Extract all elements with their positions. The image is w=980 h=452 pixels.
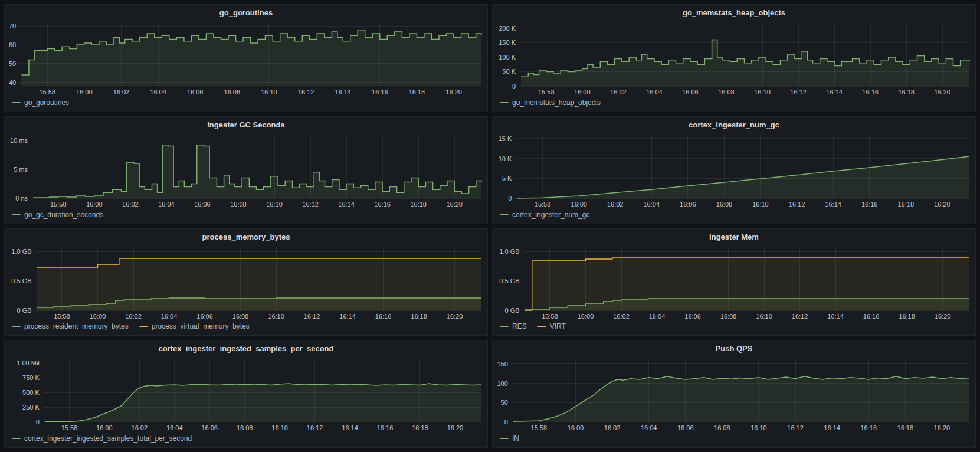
panel-title-ingested-samples[interactable]: cortex_ingester_ingested_samples_per_sec… xyxy=(5,340,487,355)
series-color-swatch xyxy=(12,438,21,439)
panel-title-push-qps[interactable]: Push QPS xyxy=(493,340,975,355)
svg-text:16:10: 16:10 xyxy=(268,313,284,320)
svg-text:16:08: 16:08 xyxy=(716,201,733,208)
legend-item-go-goroutines[interactable]: go_goroutines xyxy=(12,99,69,107)
svg-text:16:16: 16:16 xyxy=(375,313,392,320)
legend-label: cortex_ingester_ingested_samples_total_p… xyxy=(24,434,192,443)
svg-text:16:20: 16:20 xyxy=(447,313,463,320)
svg-text:0: 0 xyxy=(36,418,40,425)
svg-text:70: 70 xyxy=(9,22,16,30)
svg-text:16:12: 16:12 xyxy=(307,424,323,431)
svg-text:0: 0 xyxy=(508,195,512,202)
svg-text:16:18: 16:18 xyxy=(898,89,915,96)
panel-title-go-goroutines[interactable]: go_goroutines xyxy=(5,5,487,19)
svg-text:16:10: 16:10 xyxy=(756,313,772,320)
panel-num-gc: cortex_ingester_num_gc 05 K10 K15 K15:58… xyxy=(492,116,976,224)
panel-ingester-gc-seconds: Ingester GC Seconds 0 ns5 ms10 ms15:5816… xyxy=(4,116,488,224)
legend-item-virt[interactable]: VIRT xyxy=(537,322,566,330)
chart-plot-ingester-mem[interactable]: 0 GB0.5 GB1.0 GB15:5816:0016:0216:0416:0… xyxy=(493,243,975,322)
svg-text:16:08: 16:08 xyxy=(230,201,247,208)
series-color-swatch xyxy=(537,326,546,327)
legend-item-res[interactable]: RES xyxy=(500,322,527,330)
chart-plot-process-memory[interactable]: 0 GB0.5 GB1.0 GB15:5816:0016:0216:0416:0… xyxy=(5,243,487,322)
svg-text:16:20: 16:20 xyxy=(934,201,950,208)
panel-title-ingester-gc-seconds[interactable]: Ingester GC Seconds xyxy=(5,117,487,131)
chart-plot-num-gc[interactable]: 05 K10 K15 K15:5816:0016:0216:0416:0616:… xyxy=(493,131,975,209)
svg-text:16:14: 16:14 xyxy=(826,89,843,96)
chart-plot-go-goroutines[interactable]: 4050607015:5816:0016:0216:0416:0616:0816… xyxy=(5,19,487,97)
legend: cortex_ingester_num_gc xyxy=(493,209,975,224)
svg-text:0 GB: 0 GB xyxy=(17,307,32,314)
legend-item-heap-objects[interactable]: go_memstats_heap_objects xyxy=(500,99,601,107)
legend-label: RES xyxy=(512,322,527,330)
series-color-swatch xyxy=(12,326,21,327)
svg-text:16:04: 16:04 xyxy=(161,313,178,320)
legend: go_memstats_heap_objects xyxy=(493,97,975,112)
svg-text:16:18: 16:18 xyxy=(412,424,428,431)
svg-text:150 K: 150 K xyxy=(499,39,516,46)
svg-text:16:12: 16:12 xyxy=(304,313,320,320)
svg-text:16:06: 16:06 xyxy=(682,89,699,96)
svg-text:50: 50 xyxy=(9,60,16,67)
chart-plot-ingester-gc-seconds[interactable]: 0 ns5 ms10 ms15:5816:0016:0216:0416:0616… xyxy=(5,131,487,209)
svg-text:16:10: 16:10 xyxy=(752,201,769,208)
svg-text:15:58: 15:58 xyxy=(535,201,551,208)
svg-text:15 K: 15 K xyxy=(499,135,512,142)
chart-plot-ingested-samples[interactable]: 0250 K500 K750 K1.00 Mil15:5816:0016:021… xyxy=(5,355,487,433)
svg-text:16:18: 16:18 xyxy=(897,424,914,431)
svg-text:16:04: 16:04 xyxy=(644,201,660,208)
panel-title-num-gc[interactable]: cortex_ingester_num_gc xyxy=(493,117,975,131)
svg-text:16:00: 16:00 xyxy=(578,313,594,320)
chart-plot-push-qps[interactable]: 05010015015:5816:0016:0216:0416:0616:081… xyxy=(493,355,975,433)
svg-text:16:06: 16:06 xyxy=(187,89,204,96)
svg-text:16:00: 16:00 xyxy=(86,201,103,208)
panel-go-goroutines: go_goroutines 4050607015:5816:0016:0216:… xyxy=(4,4,488,112)
svg-text:16:20: 16:20 xyxy=(934,424,950,431)
grafana-dashboard: go_goroutines 4050607015:5816:0016:0216:… xyxy=(0,0,980,452)
series-color-swatch xyxy=(500,102,509,103)
legend-item-in[interactable]: IN xyxy=(500,434,519,443)
svg-text:0.5 GB: 0.5 GB xyxy=(11,277,31,284)
svg-text:50 K: 50 K xyxy=(502,68,516,75)
svg-text:16:04: 16:04 xyxy=(158,201,175,208)
panel-title-heap-objects[interactable]: go_memstats_heap_objects xyxy=(493,5,975,19)
svg-text:15:58: 15:58 xyxy=(39,89,55,96)
svg-text:16:14: 16:14 xyxy=(825,201,841,208)
svg-text:15:58: 15:58 xyxy=(531,424,548,431)
svg-text:16:12: 16:12 xyxy=(789,201,805,208)
legend-item-gc-duration[interactable]: go_gc_duration_seconds xyxy=(12,211,103,219)
panel-title-ingester-mem[interactable]: Ingester Mem xyxy=(493,229,975,243)
svg-text:16:16: 16:16 xyxy=(862,89,879,96)
svg-text:16:18: 16:18 xyxy=(410,201,427,208)
svg-text:16:10: 16:10 xyxy=(750,424,767,431)
svg-text:16:08: 16:08 xyxy=(232,313,249,320)
svg-text:16:20: 16:20 xyxy=(447,424,464,431)
svg-text:16:08: 16:08 xyxy=(720,313,737,320)
svg-text:16:20: 16:20 xyxy=(446,201,463,208)
svg-text:0 ns: 0 ns xyxy=(15,195,28,202)
svg-text:16:12: 16:12 xyxy=(792,313,808,320)
svg-text:16:00: 16:00 xyxy=(96,424,113,431)
legend: go_gc_duration_seconds xyxy=(5,209,487,224)
legend-item-virtual-memory[interactable]: process_virtual_memory_bytes xyxy=(139,322,250,330)
svg-text:16:18: 16:18 xyxy=(409,89,425,96)
svg-text:200 K: 200 K xyxy=(499,25,516,32)
svg-text:16:16: 16:16 xyxy=(860,424,877,431)
series-color-swatch xyxy=(500,326,509,327)
svg-text:16:04: 16:04 xyxy=(150,89,166,96)
svg-text:16:16: 16:16 xyxy=(372,89,388,96)
panel-title-process-memory[interactable]: process_memory_bytes xyxy=(5,229,487,243)
series-color-swatch xyxy=(12,102,21,103)
svg-text:16:02: 16:02 xyxy=(132,424,148,431)
svg-text:16:00: 16:00 xyxy=(568,424,584,431)
legend: RES VIRT xyxy=(493,321,975,335)
legend-item-ingested-samples[interactable]: cortex_ingester_ingested_samples_total_p… xyxy=(12,434,192,443)
svg-text:16:06: 16:06 xyxy=(201,424,218,431)
svg-text:16:00: 16:00 xyxy=(90,313,106,320)
svg-text:16:20: 16:20 xyxy=(935,313,951,320)
legend-item-num-gc[interactable]: cortex_ingester_num_gc xyxy=(500,211,589,219)
chart-plot-heap-objects[interactable]: 050 K100 K150 K200 K15:5816:0016:0216:04… xyxy=(493,19,975,97)
legend-item-resident-memory[interactable]: process_resident_memory_bytes xyxy=(12,322,129,330)
svg-text:16:16: 16:16 xyxy=(863,313,880,320)
svg-text:10 ms: 10 ms xyxy=(10,137,28,144)
